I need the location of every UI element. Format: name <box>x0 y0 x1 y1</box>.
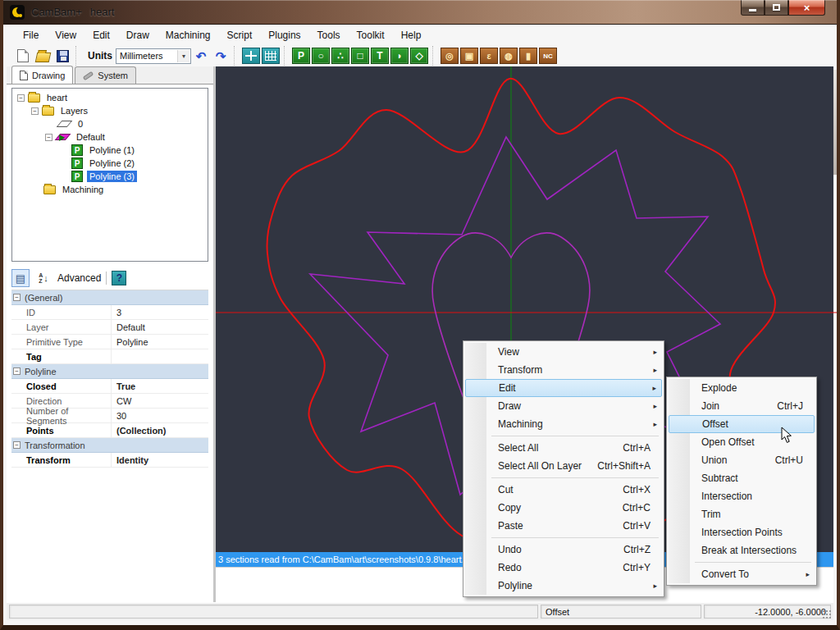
arc-button[interactable]: ◗ <box>390 48 409 64</box>
combo-dropdown-icon[interactable]: ▾ <box>177 50 189 62</box>
circle-button[interactable]: ○ <box>312 48 330 64</box>
context-menu-item-copy[interactable]: CopyCtrl+C <box>465 499 662 517</box>
property-row-points[interactable]: Points(Collection) <box>11 423 208 438</box>
new-file-button[interactable] <box>14 48 32 64</box>
property-value[interactable]: Identity <box>112 455 208 465</box>
menubar-item-file[interactable]: File <box>15 26 47 44</box>
context-menu-item-draw[interactable]: Draw▸ <box>465 397 662 415</box>
context-menu-item-undo[interactable]: UndoCtrl+Z <box>465 541 662 559</box>
property-value[interactable]: 3 <box>112 308 208 317</box>
tab-system[interactable]: System <box>75 66 136 84</box>
submenu-item-break-at-intersections[interactable]: Break at Intersections <box>669 541 815 559</box>
redo-button[interactable]: ↷ <box>212 48 230 64</box>
menubar-item-view[interactable]: View <box>47 26 84 44</box>
polyline-button[interactable]: P <box>292 48 310 64</box>
menubar-item-plugins[interactable]: Plugins <box>260 26 308 44</box>
units-combobox[interactable]: Millimeters ▾ <box>116 48 191 64</box>
context-menu-item-edit[interactable]: Edit▸ <box>465 379 662 397</box>
property-section-polyline[interactable]: −Polyline <box>11 364 208 379</box>
tree-item-polyline-1[interactable]: PPolyline (1) <box>12 144 208 157</box>
property-row-transform[interactable]: TransformIdentity <box>11 453 208 468</box>
tree-item-0[interactable]: 0 <box>12 117 208 130</box>
context-menu-item-select-all[interactable]: Select AllCtrl+A <box>465 439 662 457</box>
grid-button[interactable] <box>262 48 280 64</box>
context-menu-item-paste[interactable]: PasteCtrl+V <box>465 517 662 535</box>
resize-grip[interactable] <box>822 609 832 619</box>
context-menu-item-cut[interactable]: CutCtrl+X <box>465 481 662 499</box>
submenu-item-convert-to[interactable]: Convert To▸ <box>669 565 815 583</box>
property-value[interactable]: (Collection) <box>112 426 208 436</box>
submenu-item-join[interactable]: JoinCtrl+J <box>669 397 815 415</box>
maximize-button[interactable] <box>765 0 788 16</box>
property-row-closed[interactable]: ClosedTrue <box>11 379 208 394</box>
property-section-transformation[interactable]: −Transformation <box>11 438 208 453</box>
submenu-item-explode[interactable]: Explode <box>669 379 815 397</box>
context-menu-item-polyline[interactable]: Polyline▸ <box>465 577 662 595</box>
pocket-button[interactable]: ◎ <box>441 48 459 64</box>
submenu-item-subtract[interactable]: Subtract <box>669 469 815 487</box>
property-value[interactable]: Polyline <box>112 337 208 347</box>
axis-button[interactable] <box>242 48 260 64</box>
submenu-item-union[interactable]: UnionCtrl+U <box>669 451 815 469</box>
point-list-button[interactable]: ∴ <box>331 48 349 64</box>
profile-button[interactable]: ▣ <box>460 48 478 64</box>
section-collapse-icon[interactable]: − <box>13 441 21 449</box>
title-bar[interactable]: CamBam+heart × <box>3 0 837 25</box>
context-menu-item-machining[interactable]: Machining▸ <box>465 415 662 433</box>
menubar-item-draw[interactable]: Draw <box>118 26 158 44</box>
menu-separator <box>491 436 659 436</box>
engrave-button[interactable]: ε <box>480 48 498 64</box>
help-button[interactable]: ? <box>112 271 126 285</box>
tree-expander[interactable]: − <box>45 134 52 141</box>
text-button[interactable]: T <box>371 48 389 64</box>
open-file-button[interactable] <box>34 48 52 64</box>
rectangle-button[interactable]: □ <box>351 48 369 64</box>
categorized-view-button[interactable]: ▤ <box>11 269 30 287</box>
advanced-label[interactable]: Advanced <box>57 272 101 284</box>
tree-item-default[interactable]: −Default <box>12 130 208 144</box>
tree-expander[interactable]: − <box>17 94 25 102</box>
gcode-button[interactable]: NC <box>539 48 557 64</box>
context-menu-item-select-all-on-layer[interactable]: Select All On LayerCtrl+Shift+A <box>465 457 662 475</box>
menubar-item-toolkit[interactable]: Toolkit <box>349 26 393 44</box>
close-button[interactable]: × <box>788 0 825 16</box>
context-menu-item-transform[interactable]: Transform▸ <box>465 361 662 379</box>
section-collapse-icon[interactable]: − <box>13 294 21 301</box>
menubar-item-tools[interactable]: Tools <box>309 26 349 44</box>
drill-button[interactable]: ◍ <box>500 48 518 64</box>
context-menu-item-view[interactable]: View▸ <box>465 343 662 361</box>
minimize-button[interactable] <box>741 0 765 16</box>
property-section-general[interactable]: −(General) <box>11 290 208 305</box>
tab-drawing[interactable]: Drawing <box>11 66 73 84</box>
property-value[interactable]: True <box>112 381 208 391</box>
tree-expander[interactable]: − <box>31 107 39 115</box>
property-value[interactable]: 30 <box>112 411 208 421</box>
save-file-button[interactable] <box>53 48 71 64</box>
menubar-item-script[interactable]: Script <box>219 26 261 44</box>
property-value[interactable]: Default <box>112 322 208 332</box>
menubar-item-edit[interactable]: Edit <box>84 26 118 44</box>
property-row-id[interactable]: ID3 <box>11 305 208 320</box>
menubar-item-help[interactable]: Help <box>393 26 430 44</box>
property-row-layer[interactable]: LayerDefault <box>11 320 208 335</box>
3d-profile-icon: ▮ <box>526 51 531 62</box>
submenu-item-trim[interactable]: Trim <box>669 505 815 523</box>
3d-profile-button[interactable]: ▮ <box>519 48 537 64</box>
property-row-number-of-segments[interactable]: Number of Segments30 <box>11 409 208 423</box>
surface-button[interactable]: ◇ <box>410 48 428 64</box>
menubar-item-machining[interactable]: Machining <box>158 26 219 44</box>
tree-item-polyline-2[interactable]: PPolyline (2) <box>12 157 208 170</box>
undo-button[interactable]: ↶ <box>192 48 210 64</box>
context-menu-item-redo[interactable]: RedoCtrl+Y <box>465 559 662 577</box>
property-value[interactable]: CW <box>112 396 208 406</box>
submenu-item-intersection[interactable]: Intersection <box>669 487 815 505</box>
alphabetical-sort-button[interactable]: AZ↓ <box>34 269 52 287</box>
tree-item-machining[interactable]: Machining <box>12 183 208 196</box>
tree-item-polyline-3[interactable]: PPolyline (3) <box>12 170 208 183</box>
section-collapse-icon[interactable]: − <box>13 368 21 375</box>
tree-item-layers[interactable]: −Layers <box>12 104 208 117</box>
tree-item-heart[interactable]: −heart <box>12 91 208 104</box>
property-row-primitive-type[interactable]: Primitive TypePolyline <box>11 335 208 349</box>
property-row-tag[interactable]: Tag <box>11 349 208 364</box>
submenu-item-intersection-points[interactable]: Intersection Points <box>669 523 815 541</box>
